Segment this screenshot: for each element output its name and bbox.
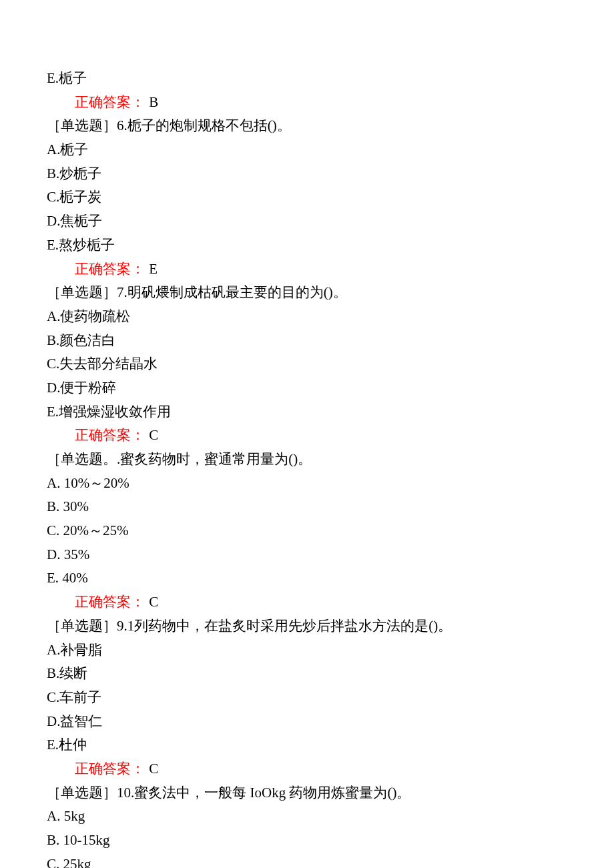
option-e: E.栀子 (47, 67, 567, 91)
question-prompt: ［单选题］6.栀子的炮制规格不包括()。 (47, 114, 567, 138)
answer-label: 正确答案： (75, 427, 145, 443)
option-e: E.杜仲 (47, 733, 567, 757)
option-e: E.增强燥湿收敛作用 (47, 400, 567, 424)
option-a: A.栀子 (47, 138, 567, 162)
question-prompt: ［单选题］9.1列药物中，在盐炙时采用先炒后拌盐水方法的是()。 (47, 614, 567, 638)
answer-label: 正确答案： (75, 761, 145, 777)
answer-value: B (149, 94, 158, 110)
question-prompt: ［单选题。.蜜炙药物时，蜜通常用量为()。 (47, 448, 567, 472)
option-c: C.栀子炭 (47, 185, 567, 209)
answer-value: C (149, 594, 158, 610)
option-c: C.车前子 (47, 686, 567, 710)
option-e: E.熬炒栀子 (47, 234, 567, 258)
answer-label: 正确答案： (75, 94, 145, 110)
option-b: B. 30% (47, 495, 567, 519)
option-c: C. 25kg (47, 853, 567, 868)
answer-value: C (149, 427, 158, 443)
answer-line: 正确答案：C (47, 424, 567, 448)
option-d: D.益智仁 (47, 710, 567, 734)
option-a: A.使药物疏松 (47, 305, 567, 329)
answer-value: C (149, 761, 158, 777)
answer-line: 正确答案：C (47, 590, 567, 614)
answer-label: 正确答案： (75, 261, 145, 277)
answer-line: 正确答案：B (47, 91, 567, 115)
question-prompt: ［单选题］7.明矾煨制成枯矾最主要的目的为()。 (47, 281, 567, 305)
option-c: C. 20%～25% (47, 519, 567, 543)
option-b: B.续断 (47, 662, 567, 686)
option-e: E. 40% (47, 566, 567, 590)
option-d: D.焦栀子 (47, 209, 567, 234)
option-b: B. 10-15kg (47, 829, 567, 853)
option-b: B.颜色洁白 (47, 329, 567, 353)
option-d: D. 35% (47, 543, 567, 567)
option-b: B.炒栀子 (47, 162, 567, 186)
option-a: A. 5kg (47, 805, 567, 829)
question-prompt: ［单选题］10.蜜炙法中，一般每 IoOkg 药物用炼蜜量为()。 (47, 781, 567, 805)
answer-line: 正确答案：E (47, 258, 567, 282)
answer-label: 正确答案： (75, 594, 145, 610)
answer-line: 正确答案：C (47, 757, 567, 781)
option-a: A. 10%～20% (47, 472, 567, 496)
option-c: C.失去部分结晶水 (47, 352, 567, 376)
answer-value: E (149, 261, 158, 277)
option-d: D.便于粉碎 (47, 376, 567, 400)
option-a: A.补骨脂 (47, 638, 567, 663)
